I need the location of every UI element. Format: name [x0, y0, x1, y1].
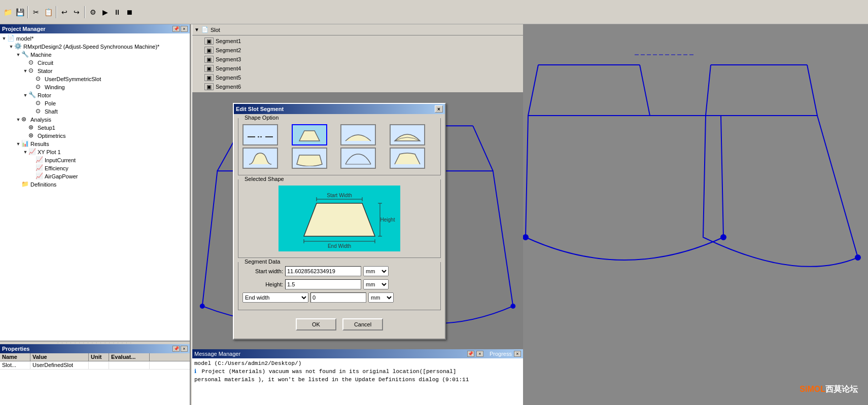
- end-width-dropdown[interactable]: End width: [242, 292, 308, 303]
- toolbar-icon-10[interactable]: ⏹: [124, 7, 135, 18]
- shape-option-5[interactable]: [242, 148, 278, 169]
- selected-shape-label: Selected Shape: [242, 176, 286, 182]
- tree-icon-analysis: ⊛: [21, 116, 29, 124]
- progress-close-button[interactable]: ×: [514, 351, 521, 357]
- message-text-2: personal materials ), it won't be listed…: [194, 377, 469, 383]
- tree-icon-userdefsym: ⊙: [36, 75, 44, 83]
- message-text-1: Project (Materials) vacuum was not found…: [202, 369, 457, 375]
- tree-expand-model[interactable]: ▼: [1, 35, 7, 42]
- tree-label-shaft: Shaft: [45, 108, 58, 115]
- segment-item-1[interactable]: ▣ Segment1: [204, 36, 523, 46]
- toolbar-icon-7[interactable]: ⚙: [87, 7, 98, 18]
- tree-item-efficiency[interactable]: 📈Efficiency: [1, 164, 189, 172]
- prop-cell-eval-0: [109, 361, 150, 369]
- tree-item-setup1[interactable]: ⊛Setup1: [1, 124, 189, 132]
- tree-item-circuit[interactable]: ⊙Circuit: [1, 59, 189, 67]
- start-width-unit-select[interactable]: mm: [363, 266, 389, 276]
- simol-text: SiMOL: [800, 385, 825, 393]
- titlebar-buttons: 📌 ×: [172, 26, 188, 32]
- tree-item-userdefsym[interactable]: ⊙UserDefSymmetricSlot: [1, 75, 189, 83]
- canvas-area: Edit Slot Segment × Shape Option: [192, 93, 523, 349]
- slot-expand-icon[interactable]: ▼: [194, 27, 199, 32]
- tree-label-stator: Stator: [38, 68, 52, 74]
- toolbar-sep-3: [84, 6, 85, 18]
- toolbar-icon-1[interactable]: 📁: [2, 7, 13, 18]
- svg-point-37: [855, 255, 860, 260]
- tree-label-efficiency: Efficiency: [45, 165, 68, 171]
- message-line-1: ℹ Project (Materials) vacuum was not fou…: [194, 367, 521, 376]
- dialog-close-button[interactable]: ×: [435, 105, 443, 113]
- close-button[interactable]: ×: [181, 26, 188, 32]
- tree-item-pole[interactable]: ⊙Pole: [1, 99, 189, 107]
- tree-expand-stator[interactable]: ▼: [22, 68, 28, 74]
- toolbar-icon-5[interactable]: ↩: [59, 7, 70, 18]
- shape-option-4[interactable]: [390, 124, 425, 145]
- toolbar-icon-4[interactable]: 📋: [43, 7, 54, 18]
- segment-item-6[interactable]: ▣ Segment6: [204, 82, 523, 91]
- shape-option-8[interactable]: [390, 148, 425, 169]
- tree-expand-xyplot1[interactable]: ▼: [22, 149, 28, 155]
- toolbar-icon-3[interactable]: ✂: [30, 7, 42, 18]
- shape-option-1[interactable]: [242, 124, 278, 145]
- tree-expand-machine[interactable]: ▼: [15, 52, 21, 58]
- toolbar-icon-8[interactable]: ▶: [99, 7, 111, 18]
- start-width-input[interactable]: [285, 266, 361, 276]
- tree-label-winding: Winding: [45, 84, 65, 90]
- toolbar-icon-2[interactable]: 💾: [14, 7, 25, 18]
- tree-expand-rotor[interactable]: ▼: [22, 92, 28, 98]
- shape-diagram-svg: Start Width End Width: [284, 188, 395, 249]
- toolbar-icon-6[interactable]: ↪: [71, 7, 82, 18]
- shape-option-7[interactable]: [340, 148, 376, 169]
- message-close-button[interactable]: ×: [476, 351, 483, 357]
- tree-item-shaft[interactable]: ⊙Shaft: [1, 107, 189, 116]
- tree-item-optimetrics[interactable]: ⊛Optimetrics: [1, 132, 189, 140]
- message-pin-button[interactable]: 📌: [467, 351, 474, 357]
- tree-item-definitions[interactable]: 📁Definitions: [1, 180, 189, 189]
- tree-expand-analysis[interactable]: ▼: [15, 117, 21, 123]
- ok-button[interactable]: OK: [296, 318, 336, 330]
- prop-titlebar-buttons: 📌 ×: [172, 346, 188, 352]
- end-width-input[interactable]: [310, 292, 366, 303]
- tree-item-airgappower[interactable]: 📈AirGapPower: [1, 172, 189, 180]
- height-label: Height:: [242, 281, 283, 287]
- shape-option-label: Shape Option: [242, 115, 281, 121]
- segment-item-3[interactable]: ▣ Segment3: [204, 55, 523, 64]
- tree-icon-stator: ⊙: [28, 67, 37, 75]
- tree-item-results[interactable]: ▼📊Results: [1, 140, 189, 148]
- tree-item-machine[interactable]: ▼🔧Machine: [1, 51, 189, 59]
- height-input[interactable]: [285, 279, 361, 289]
- segment-item-5[interactable]: ▣ Segment5: [204, 73, 523, 82]
- shape-option-6[interactable]: [292, 148, 327, 169]
- segment-label-5: Segment5: [216, 75, 241, 81]
- shape-option-2[interactable]: [292, 124, 327, 145]
- segment-item-2[interactable]: ▣ Segment2: [204, 46, 523, 55]
- tree-item-inputcurrent[interactable]: 📈InputCurrent: [1, 156, 189, 164]
- height-unit-select[interactable]: mm: [363, 279, 389, 289]
- start-width-label: Start width:: [242, 268, 283, 274]
- end-width-unit-select[interactable]: mm: [368, 292, 394, 303]
- tree-expand-rmxprt[interactable]: ▼: [8, 44, 14, 50]
- prop-pin-button[interactable]: 📌: [172, 346, 180, 352]
- segment-item-4[interactable]: ▣ Segment4: [204, 64, 523, 73]
- tree-icon-shaft: ⊙: [36, 107, 44, 116]
- prop-cell-name-0: Slot...: [0, 361, 30, 369]
- toolbar-icon-9[interactable]: ⏸: [112, 7, 123, 18]
- tree-icon-inputcurrent: 📈: [36, 156, 44, 164]
- tree-expand-results[interactable]: ▼: [15, 141, 21, 147]
- tree-icon-airgappower: 📈: [36, 172, 44, 180]
- tree-item-winding[interactable]: ⊙Winding: [1, 83, 189, 91]
- prop-row-0[interactable]: Slot... UserDefinedSlot: [0, 361, 190, 370]
- cancel-button[interactable]: Cancel: [342, 318, 383, 330]
- tree-item-rotor[interactable]: ▼🔧Rotor: [1, 91, 189, 99]
- tree-item-xyplot1[interactable]: ▼📈XY Plot 1: [1, 148, 189, 156]
- shape-option-3[interactable]: [340, 124, 376, 145]
- dialog-content: Shape Option: [234, 114, 445, 339]
- prop-close-button[interactable]: ×: [181, 346, 188, 352]
- tree-label-machine: Machine: [30, 52, 52, 58]
- pin-button[interactable]: 📌: [172, 26, 180, 32]
- tree-item-model[interactable]: ▼📄model*: [1, 34, 189, 43]
- svg-text:Start Width: Start Width: [327, 193, 352, 198]
- tree-item-rmxprt[interactable]: ▼⚙️RMxprtDesign2 (Adjust-Speed Synchrono…: [1, 43, 189, 51]
- tree-item-analysis[interactable]: ▼⊛Analysis: [1, 116, 189, 124]
- tree-item-stator[interactable]: ▼⊙Stator: [1, 67, 189, 75]
